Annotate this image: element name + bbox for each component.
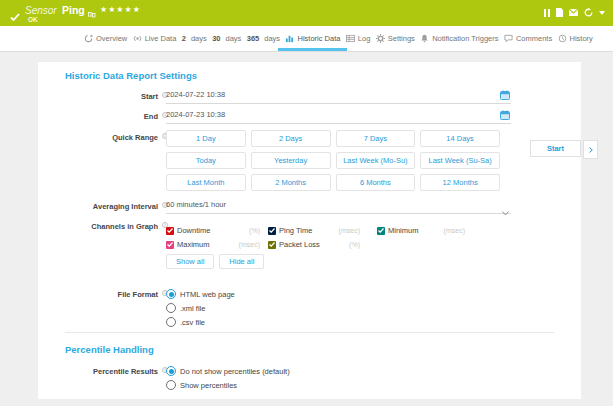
channel-downtime[interactable]: Downtime (%): [166, 226, 260, 235]
file-format-csv-option[interactable]: .csv file: [166, 317, 205, 327]
channel-name: Minimum: [388, 226, 418, 235]
quick-range-1-day-button[interactable]: 1 Day: [166, 130, 246, 147]
active-tab-underline: [278, 48, 347, 51]
caret-down-icon[interactable]: [599, 11, 605, 15]
tab-365-days[interactable]: 365 days: [247, 26, 280, 51]
channel-name: Ping Time: [279, 226, 312, 235]
tab-live-data[interactable]: Live Data: [133, 26, 177, 51]
settings-panel: Historic Data Report Settings Start 2024…: [38, 62, 581, 399]
priority-stars[interactable]: ★★★★★: [100, 5, 141, 14]
section-title-historic-data: Historic Data Report Settings: [65, 70, 197, 81]
quick-range-12-months-button[interactable]: 12 Months: [420, 174, 500, 191]
radio-icon[interactable]: [166, 317, 176, 327]
checkbox-checked-icon[interactable]: [268, 227, 276, 235]
pause-icon[interactable]: [544, 9, 550, 17]
channel-unit: (%): [249, 227, 260, 234]
channels-in-graph-label: Channels in Graph: [38, 222, 158, 231]
tab-comments[interactable]: Comments: [504, 26, 552, 51]
channel-packet-loss[interactable]: Packet Loss (%): [268, 240, 360, 249]
percentile-no-show-option[interactable]: Do not show percentiles (default): [166, 366, 290, 376]
end-datetime-input[interactable]: 2024-07-23 10:38: [166, 110, 511, 124]
channel-maximum[interactable]: Maximum (msec): [166, 240, 260, 249]
averaging-interval-select[interactable]: 60 minutes/1 hour: [166, 200, 511, 214]
channel-name: Packet Loss: [279, 240, 320, 249]
prtg-window: Sensor Ping ★★★★★ OK: [0, 0, 613, 406]
sensor-title[interactable]: Ping: [62, 4, 85, 16]
header-actions: [544, 8, 605, 17]
checkbox-checked-icon[interactable]: [268, 241, 276, 249]
calendar-icon[interactable]: [500, 110, 510, 120]
sensor-header-bar: Sensor Ping ★★★★★ OK: [0, 0, 613, 26]
quick-range-6-months-button[interactable]: 6 Months: [336, 174, 416, 191]
start-label: Start: [38, 92, 158, 101]
tab-historic-data[interactable]: Historic Data: [285, 26, 340, 51]
file-format-html-option[interactable]: HTML web page: [166, 289, 235, 299]
calendar-icon[interactable]: [500, 90, 510, 100]
channel-unit: (msec): [444, 227, 465, 234]
quick-range-2-days-button[interactable]: 2 Days: [251, 130, 331, 147]
checkbox-checked-icon[interactable]: [166, 241, 174, 249]
section-divider: [65, 332, 554, 333]
tab-settings[interactable]: Settings: [376, 26, 415, 51]
file-format-label: File Format: [38, 290, 158, 299]
status-badge: OK: [28, 16, 38, 23]
radio-icon[interactable]: [166, 303, 176, 313]
quick-range-yesterday-button[interactable]: Yesterday: [251, 152, 331, 169]
file-format-xml-option[interactable]: .xml file: [166, 303, 205, 313]
quick-range-label: Quick Range: [38, 133, 158, 142]
radio-selected-icon[interactable]: [166, 366, 176, 376]
quick-range-7-days-button[interactable]: 7 Days: [336, 130, 416, 147]
start-datetime-input[interactable]: 2024-07-22 10:38: [166, 90, 511, 104]
check-icon: [10, 8, 20, 26]
quick-range-today-button[interactable]: Today: [166, 152, 246, 169]
tab-2-days[interactable]: 2 days: [182, 26, 207, 51]
report-icon[interactable]: [556, 8, 563, 17]
quick-range-14-days-button[interactable]: 14 Days: [420, 130, 500, 147]
quick-range-last-month-button[interactable]: Last Month: [166, 174, 246, 191]
percentile-results-label: Percentile Results: [38, 367, 158, 376]
averaging-interval-label: Averaging Interval: [38, 202, 158, 211]
tab-bar: Overview Live Data 2 days 30 days 365 da…: [0, 26, 613, 52]
checkbox-checked-icon[interactable]: [377, 227, 385, 235]
tab-overview[interactable]: Overview: [84, 26, 127, 51]
percentile-show-option[interactable]: Show percentiles: [166, 380, 237, 390]
show-all-button[interactable]: Show all: [166, 254, 214, 269]
sensor-type-prefix: Sensor: [25, 5, 57, 16]
flags-icon: [88, 4, 96, 22]
tab-log[interactable]: Log: [346, 26, 371, 51]
channel-unit: (msec): [239, 241, 260, 248]
quick-range-2-months-button[interactable]: 2 Months: [251, 174, 331, 191]
start-report-button[interactable]: Start: [530, 140, 581, 157]
refresh-icon[interactable]: [584, 8, 593, 17]
start-report-control: Start: [530, 140, 598, 159]
hide-all-button[interactable]: Hide all: [219, 254, 264, 269]
checkbox-checked-icon[interactable]: [166, 227, 174, 235]
channel-ping-time[interactable]: Ping Time (msec): [268, 226, 360, 235]
tab-history[interactable]: History: [558, 26, 593, 51]
tab-notification-triggers[interactable]: Notification Triggers: [420, 26, 498, 51]
channel-unit: (msec): [339, 227, 360, 234]
quick-range-grid: 1 Day 2 Days 7 Days 14 Days Today Yester…: [166, 130, 500, 191]
section-title-percentile-handling: Percentile Handling: [65, 344, 154, 355]
email-icon[interactable]: [569, 9, 578, 16]
chevron-down-icon[interactable]: [502, 202, 509, 220]
channel-unit: (%): [349, 241, 360, 248]
start-options-arrow[interactable]: [583, 140, 598, 159]
radio-icon[interactable]: [166, 380, 176, 390]
quick-range-last-week-su-sa-button[interactable]: Last Week (Su-Sa): [420, 152, 500, 169]
channel-name: Downtime: [177, 226, 210, 235]
channel-minimum[interactable]: Minimum (msec): [377, 226, 465, 235]
tab-30-days[interactable]: 30 days: [212, 26, 241, 51]
radio-selected-icon[interactable]: [166, 289, 176, 299]
quick-range-last-week-mo-su-button[interactable]: Last Week (Mo-Su): [336, 152, 416, 169]
end-label: End: [38, 112, 158, 121]
channel-name: Maximum: [177, 240, 210, 249]
